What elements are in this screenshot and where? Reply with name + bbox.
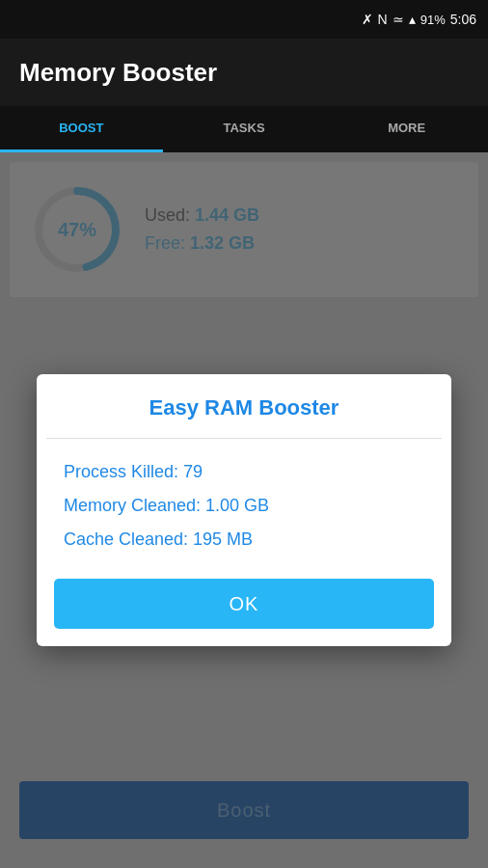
time-display: 5:06 bbox=[450, 12, 476, 27]
ok-button[interactable]: OK bbox=[54, 579, 434, 629]
signal-icon: ▴ bbox=[409, 12, 416, 27]
network-icon: N bbox=[378, 12, 388, 27]
app-header: Memory Booster bbox=[0, 39, 488, 106]
tab-bar: BOOST TASKS MORE bbox=[0, 106, 488, 152]
main-content: 47% Used: 1.44 GB Free: 1.32 GB Boost Ea… bbox=[0, 152, 488, 868]
dialog-overlay: Easy RAM Booster Process Killed: 79 Memo… bbox=[0, 152, 488, 868]
memory-cleaned-row: Memory Cleaned: 1.00 GB bbox=[64, 496, 424, 516]
tab-more[interactable]: MORE bbox=[325, 106, 488, 152]
status-bar: ✗ N ≃ ▴ 91% 5:06 bbox=[0, 0, 488, 39]
ram-booster-dialog: Easy RAM Booster Process Killed: 79 Memo… bbox=[37, 374, 451, 646]
dialog-actions: OK bbox=[37, 569, 451, 646]
dialog-title: Easy RAM Booster bbox=[37, 374, 451, 438]
bluetooth-icon: ✗ bbox=[362, 12, 373, 27]
wifi-icon: ≃ bbox=[393, 12, 404, 27]
dialog-body: Process Killed: 79 Memory Cleaned: 1.00 … bbox=[37, 439, 451, 569]
tab-tasks[interactable]: TASKS bbox=[163, 106, 326, 152]
status-icons: ✗ N ≃ ▴ 91% 5:06 bbox=[362, 12, 476, 27]
tab-boost[interactable]: BOOST bbox=[0, 106, 163, 152]
process-killed-row: Process Killed: 79 bbox=[64, 462, 424, 482]
battery-label: 91% bbox=[420, 13, 446, 27]
app-title: Memory Booster bbox=[19, 58, 217, 88]
cache-cleaned-row: Cache Cleaned: 195 MB bbox=[64, 529, 424, 550]
